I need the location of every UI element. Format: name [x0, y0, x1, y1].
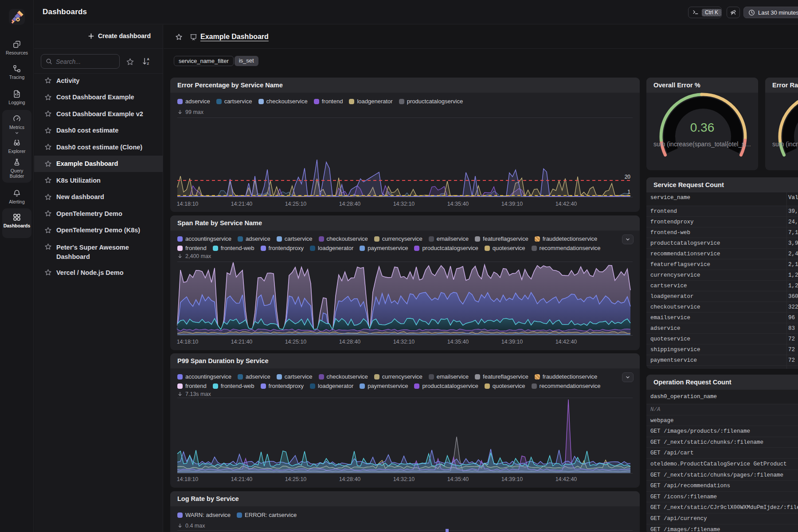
svg-text:20: 20 [625, 174, 631, 180]
svg-text:A: A [147, 57, 149, 61]
svg-text:1: 1 [627, 189, 630, 195]
svg-text:Z: Z [147, 62, 149, 66]
